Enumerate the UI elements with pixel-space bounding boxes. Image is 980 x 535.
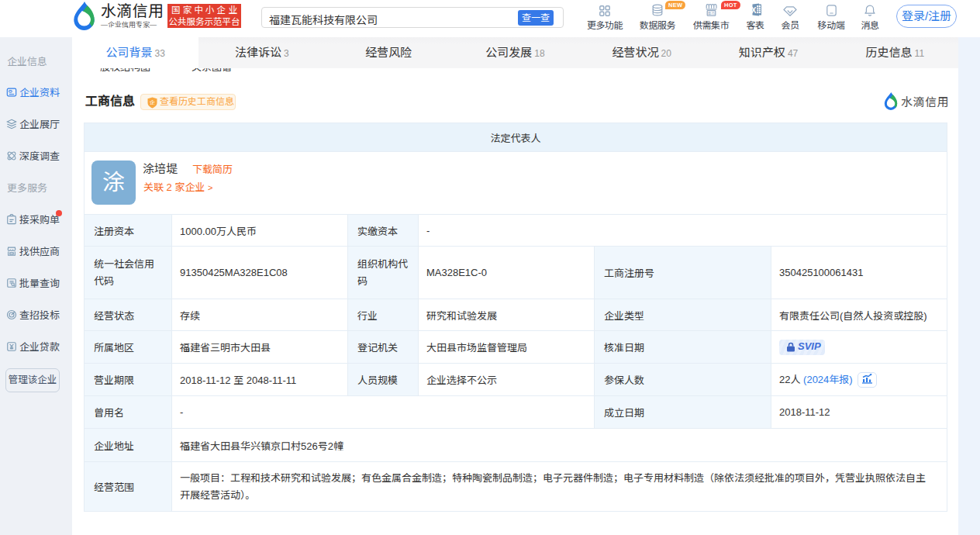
svg-text:X: X [751, 6, 756, 15]
svg-text:集市: 集市 [707, 10, 715, 16]
svg-text:企: 企 [150, 98, 155, 106]
